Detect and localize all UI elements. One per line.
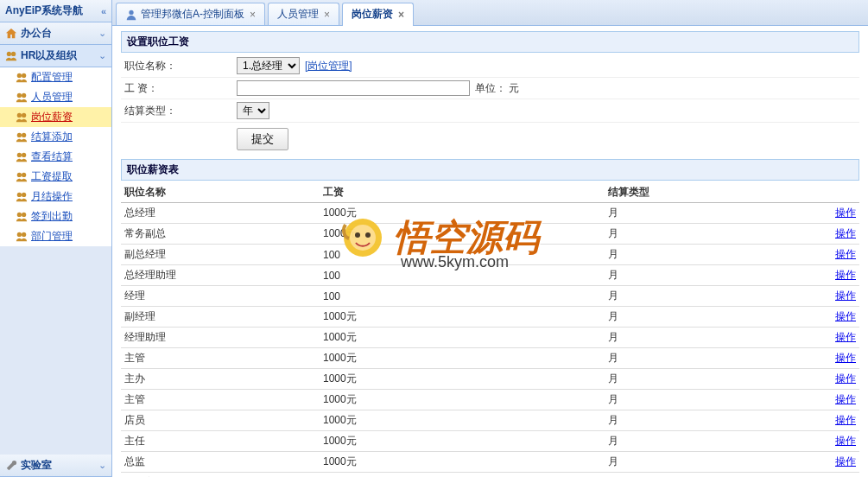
op-link[interactable]: 操作 — [835, 435, 856, 447]
panel-office[interactable]: 办公台 ⌄ — [0, 22, 111, 45]
op-link[interactable]: 操作 — [835, 331, 856, 343]
cell-salary: 100 — [320, 265, 605, 286]
sidebar-item-link[interactable]: 人员管理 — [31, 90, 73, 105]
input-salary[interactable] — [237, 80, 470, 96]
cell-calc: 月 — [605, 431, 816, 452]
sidebar-item-2[interactable]: 岗位薪资 — [0, 107, 111, 127]
op-link[interactable]: 操作 — [835, 393, 856, 405]
op-link[interactable]: 操作 — [835, 269, 856, 281]
cell-salary: 1000元 — [320, 473, 605, 478]
select-position[interactable]: 1.总经理 — [237, 57, 300, 74]
link-position-manage[interactable]: [岗位管理] — [305, 59, 352, 73]
tab-2[interactable]: 岗位薪资× — [342, 3, 414, 26]
label-position: 职位名称： — [124, 59, 237, 73]
cell-salary: 100 — [320, 286, 605, 307]
cell-name: 总经理 — [121, 203, 320, 224]
cell-salary: 1000元 — [320, 328, 605, 348]
cell-salary: 100 — [320, 245, 605, 265]
cell-name: 主任 — [121, 431, 320, 452]
close-icon[interactable]: × — [324, 9, 330, 21]
sidebar-item-link[interactable]: 签到出勤 — [31, 209, 73, 224]
op-link[interactable]: 操作 — [835, 414, 856, 426]
sidebar-item-4[interactable]: 查看结算 — [0, 147, 111, 167]
cell-name: 总监 — [121, 452, 320, 473]
label-unit: 单位： 元 — [475, 81, 519, 96]
table-row: 主办1000元月操作 — [121, 369, 859, 390]
tab-1[interactable]: 人员管理× — [268, 3, 339, 25]
users-icon — [16, 151, 28, 163]
chevron-down-icon: ⌄ — [98, 28, 106, 39]
row-calc: 结算类型： 年 — [121, 99, 859, 123]
op-link[interactable]: 操作 — [835, 455, 856, 467]
close-icon[interactable]: × — [250, 9, 256, 21]
op-link[interactable]: 操作 — [835, 248, 856, 260]
cell-name: 专业主管 — [121, 473, 320, 478]
panel-lab-label: 实验室 — [21, 458, 52, 473]
table-panel-title: 职位薪资表 — [121, 159, 859, 181]
cell-calc: 月 — [605, 307, 816, 328]
table-row: 专业主管1000元月操作 — [121, 473, 859, 478]
panel-hr[interactable]: HR以及组织 ⌄ — [0, 45, 111, 67]
cell-salary: 1000元 — [320, 224, 605, 245]
op-link[interactable]: 操作 — [835, 352, 856, 364]
sidebar-item-1[interactable]: 人员管理 — [0, 87, 111, 107]
home-icon — [5, 28, 17, 40]
op-link[interactable]: 操作 — [835, 289, 856, 302]
cell-salary: 1000元 — [320, 369, 605, 390]
user-icon — [125, 9, 137, 21]
op-link[interactable]: 操作 — [835, 227, 856, 239]
users-icon — [16, 72, 28, 84]
cell-calc: 月 — [605, 286, 816, 307]
table-row: 经理100月操作 — [121, 286, 859, 307]
svg-point-20 — [129, 10, 133, 14]
cell-calc: 月 — [605, 245, 816, 265]
tab-0[interactable]: 管理邦微信A-控制面板× — [116, 3, 265, 25]
sidebar-item-link[interactable]: 月结操作 — [31, 189, 73, 204]
table-row: 总经理助理100月操作 — [121, 265, 859, 286]
table-row: 店员1000元月操作 — [121, 410, 859, 431]
op-link[interactable]: 操作 — [835, 372, 856, 385]
cell-name: 副经理 — [121, 307, 320, 328]
sidebar-item-link[interactable]: 工资提取 — [31, 169, 73, 184]
panel-lab[interactable]: 实验室 ⌄ — [0, 455, 111, 477]
sidebar-item-7[interactable]: 签到出勤 — [0, 207, 111, 226]
svg-point-19 — [22, 232, 26, 236]
chevron-down-icon: ⌄ — [98, 50, 106, 61]
cell-salary: 1000元 — [320, 431, 605, 452]
sidebar-item-link[interactable]: 部门管理 — [31, 229, 73, 244]
svg-point-3 — [22, 73, 26, 77]
tab-label: 人员管理 — [277, 7, 319, 22]
table-row: 主任1000元月操作 — [121, 431, 859, 452]
sidebar-item-link[interactable]: 配置管理 — [31, 70, 73, 85]
close-icon[interactable]: × — [398, 9, 404, 21]
table-row: 经理助理1000元月操作 — [121, 328, 859, 348]
sidebar-item-5[interactable]: 工资提取 — [0, 167, 111, 187]
select-calc[interactable]: 年 — [237, 102, 269, 119]
op-link[interactable]: 操作 — [835, 207, 856, 219]
cell-calc: 月 — [605, 369, 816, 390]
sidebar-item-link[interactable]: 查看结算 — [31, 149, 73, 164]
sidebar-item-3[interactable]: 结算添加 — [0, 127, 111, 147]
sidebar-item-0[interactable]: 配置管理 — [0, 67, 111, 87]
table-row: 主管1000元月操作 — [121, 390, 859, 410]
svg-point-14 — [17, 192, 22, 196]
svg-point-11 — [22, 152, 26, 156]
salary-table: 职位名称 工资 结算类型 总经理1000元月操作常务副总1000元月操作副总经理… — [121, 182, 859, 477]
sidebar-item-link[interactable]: 岗位薪资 — [31, 110, 73, 124]
users-icon — [16, 171, 28, 183]
submit-button[interactable]: 提交 — [237, 128, 288, 150]
table-row: 常务副总1000元月操作 — [121, 224, 859, 245]
cell-calc: 月 — [605, 203, 816, 224]
collapse-left-icon[interactable]: « — [101, 6, 106, 16]
op-link[interactable]: 操作 — [835, 310, 856, 322]
svg-point-16 — [17, 212, 22, 216]
tabs: 管理邦微信A-控制面板×人员管理×岗位薪资× — [112, 0, 868, 26]
table-row: 总监1000元月操作 — [121, 452, 859, 473]
cell-calc: 月 — [605, 473, 816, 478]
sidebar-item-8[interactable]: 部门管理 — [0, 226, 111, 246]
cell-salary: 1000元 — [320, 348, 605, 369]
sidebar-item-link[interactable]: 结算添加 — [31, 130, 73, 144]
sidebar-item-6[interactable]: 月结操作 — [0, 187, 111, 207]
cell-name: 经理助理 — [121, 328, 320, 348]
sidebar-title-text: AnyEiP系统导航 — [5, 3, 83, 18]
